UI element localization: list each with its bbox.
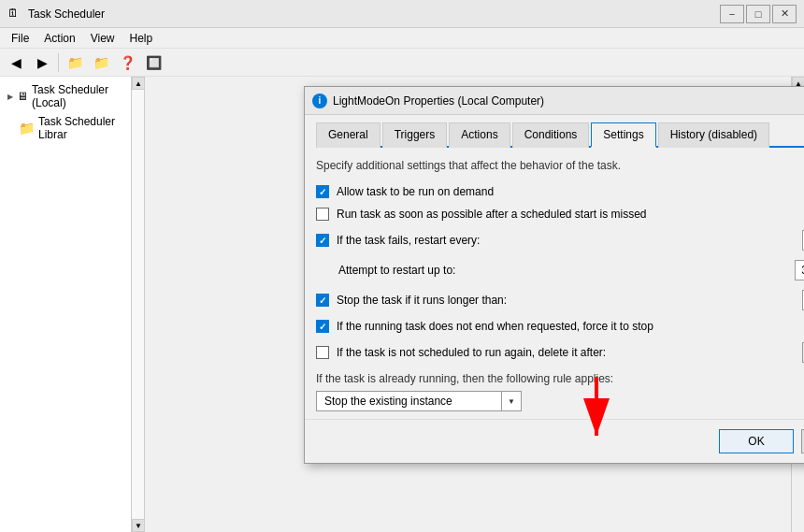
toolbar-help[interactable]: ❓ (115, 51, 139, 74)
tab-settings[interactable]: Settings (591, 122, 655, 148)
menu-bar: File Action View Help (0, 28, 804, 49)
label-allow-on-demand: Allow task to be run on demand (337, 185, 804, 198)
settings-description: Specify additional settings that affect … (316, 159, 804, 172)
rule-value: Stop the existing instance (317, 393, 501, 410)
label-run-missed: Run task as soon as possible after a sch… (337, 208, 804, 221)
minimize-button[interactable]: − (720, 5, 744, 23)
label-delete-if-not-scheduled: If the task is not scheduled to run agai… (337, 346, 795, 359)
rule-label: If the task is already running, then the… (316, 372, 804, 385)
tab-actions[interactable]: Actions (449, 122, 510, 148)
dialog-title-bar: i LightModeOn Properties (Local Computer… (305, 87, 804, 115)
expand-arrow: ▶ (7, 93, 13, 101)
setting-restart-fails: If the task fails, restart every: 1 minu… (316, 230, 804, 251)
dialog-footer: OK Cancel (305, 419, 804, 463)
sidebar: ▶ 🖥 Task Scheduler (Local) 📁 Task Schedu… (0, 77, 145, 532)
rule-dropdown-arrow[interactable]: ▼ (501, 392, 521, 410)
scroll-track (132, 90, 144, 519)
setting-allow-on-demand: Allow task to be run on demand (316, 185, 804, 198)
dropdown-rule[interactable]: Stop the existing instance ▼ (316, 391, 522, 411)
menu-file[interactable]: File (4, 30, 36, 47)
tab-triggers[interactable]: Triggers (382, 122, 448, 148)
toolbar-folder2[interactable]: 📁 (89, 51, 113, 74)
menu-help[interactable]: Help (122, 30, 161, 47)
back-button[interactable]: ◀ (4, 51, 28, 74)
label-stop-if-long: Stop the task if it runs longer than: (337, 294, 795, 307)
setting-force-stop: If the running task does not end when re… (316, 320, 804, 333)
setting-run-missed: Run task as soon as possible after a sch… (316, 208, 804, 221)
dialog-tabs: General Triggers Actions Conditions Sett… (316, 122, 804, 148)
toolbar: ◀ ▶ 📁 📁 ❓ 🔲 (0, 49, 804, 77)
red-arrow (568, 372, 625, 447)
label-force-stop: If the running task does not end when re… (337, 320, 804, 333)
label-restart-fails: If the task fails, restart every: (337, 234, 795, 247)
menu-view[interactable]: View (83, 30, 122, 47)
dialog-icon: i (312, 93, 327, 108)
toolbar-separator (58, 53, 59, 72)
checkbox-stop-if-long[interactable] (316, 294, 329, 307)
maximize-button[interactable]: □ (746, 5, 770, 23)
window-controls: − □ ✕ (720, 5, 797, 23)
properties-dialog: i LightModeOn Properties (Local Computer… (304, 86, 804, 464)
toolbar-view[interactable]: 🔲 (141, 51, 165, 74)
content-area: ▲ ▼ i LightModeOn Properties (Local Comp… (145, 77, 804, 532)
sidebar-item-library[interactable]: 📁 Task Scheduler Librar (4, 112, 140, 144)
setting-stop-if-long: Stop the task if it runs longer than: 1 … (316, 290, 804, 310)
app-icon: 🗓 (7, 7, 22, 22)
ok-button[interactable]: OK (719, 429, 794, 453)
sidebar-item-label-library: Task Scheduler Librar (38, 115, 136, 141)
main-content: ▶ 🖥 Task Scheduler (Local) 📁 Task Schedu… (0, 77, 804, 532)
rule-row: Stop the existing instance ▼ (316, 391, 804, 411)
sidebar-scrollbar[interactable]: ▲ ▼ (131, 77, 144, 532)
toolbar-folder1[interactable]: 📁 (63, 51, 87, 74)
sidebar-item-root[interactable]: ▶ 🖥 Task Scheduler (Local) (4, 80, 140, 112)
task-scheduler-window: 🗓 Task Scheduler − □ ✕ File Action View … (0, 0, 804, 532)
menu-action[interactable]: Action (36, 30, 82, 47)
dialog-body: General Triggers Actions Conditions Sett… (305, 115, 804, 419)
sidebar-item-icon: 🖥 (17, 90, 28, 103)
tab-general[interactable]: General (316, 122, 380, 148)
tab-history[interactable]: History (disabled) (658, 122, 769, 148)
checkbox-run-missed[interactable] (316, 208, 329, 221)
scroll-down-btn[interactable]: ▼ (132, 519, 145, 532)
forward-button[interactable]: ▶ (30, 51, 54, 74)
folder-icon: 📁 (19, 121, 35, 136)
close-window-button[interactable]: ✕ (772, 5, 797, 23)
restart-attempts-value[interactable]: 3 (795, 260, 804, 280)
sidebar-item-label-root: Task Scheduler (Local) (32, 83, 136, 109)
label-attempt-restart: Attempt to restart up to: (338, 264, 787, 277)
checkbox-allow-on-demand[interactable] (316, 185, 329, 198)
title-bar: 🗓 Task Scheduler − □ ✕ (0, 0, 804, 28)
checkbox-delete-if-not-scheduled[interactable] (316, 346, 329, 359)
window-title: Task Scheduler (28, 7, 720, 21)
checkbox-restart-fails[interactable] (316, 234, 329, 247)
checkbox-force-stop[interactable] (316, 320, 329, 333)
setting-delete-if-not-scheduled: If the task is not scheduled to run agai… (316, 342, 804, 363)
setting-attempt-restart: Attempt to restart up to: 3 times (316, 260, 804, 280)
scroll-up-btn[interactable]: ▲ (132, 77, 145, 90)
tab-conditions[interactable]: Conditions (512, 122, 590, 148)
dialog-title-text: LightModeOn Properties (Local Computer) (333, 94, 804, 108)
